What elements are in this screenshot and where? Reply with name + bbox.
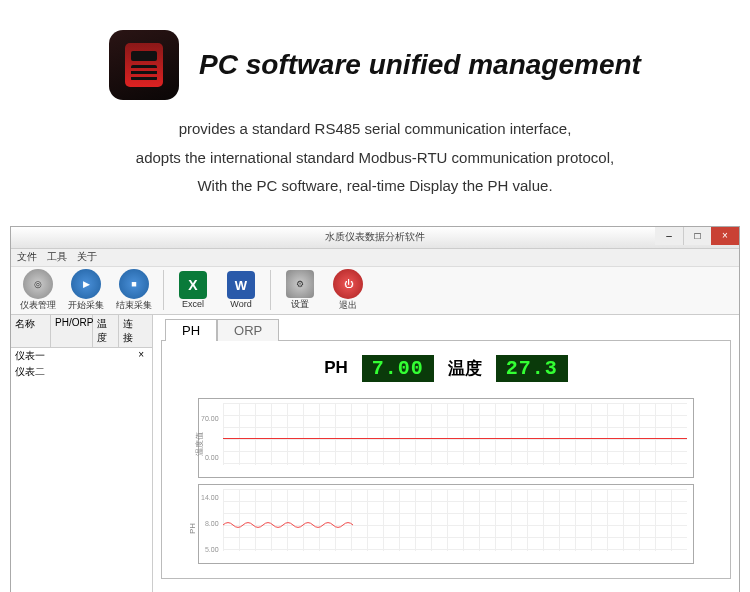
toolbar-separator: [270, 270, 271, 310]
col-temp[interactable]: 温度: [93, 315, 119, 347]
chart-line: [223, 438, 688, 439]
menu-file[interactable]: 文件: [17, 250, 37, 264]
main-panel: PH ORP PH 7.00 温度 27.3 温度值 70.00 0.00: [153, 315, 739, 593]
ph-chart: PH 14.00 8.00 5.00: [198, 484, 695, 564]
chart-yaxis: 70.00 0.00: [201, 399, 219, 477]
desc-line: With the PC software, real-time Display …: [30, 172, 720, 201]
temp-chart: 温度值 70.00 0.00: [198, 398, 695, 478]
ph-label: PH: [324, 358, 348, 378]
sidebar-row[interactable]: 仪表一×: [11, 348, 152, 364]
temp-value: 27.3: [496, 355, 568, 382]
app-window: 水质仪表数据分析软件 – □ × 文件 工具 关于 ◎仪表管理 ▶开始采集 ■结…: [10, 226, 740, 593]
titlebar[interactable]: 水质仪表数据分析软件 – □ ×: [11, 227, 739, 249]
readout-row: PH 7.00 温度 27.3: [176, 349, 716, 392]
gauge-icon: ◎: [23, 269, 53, 299]
desc-line: adopts the international standard Modbus…: [30, 144, 720, 173]
hero-section: PC software unified management: [0, 0, 750, 115]
desc-line: provides a standard RS485 serial communi…: [30, 115, 720, 144]
window-title: 水质仪表数据分析软件: [11, 230, 739, 244]
stop-collect-button[interactable]: ■结束采集: [113, 269, 155, 312]
hero-title: PC software unified management: [199, 49, 641, 81]
start-collect-button[interactable]: ▶开始采集: [65, 269, 107, 312]
col-phorp[interactable]: PH/ORP: [51, 315, 93, 347]
power-icon: ⏻: [333, 269, 363, 299]
sidebar-header: 名称 PH/ORP 温度 连接: [11, 315, 152, 348]
app-icon: [109, 30, 179, 100]
stop-icon: ■: [119, 269, 149, 299]
instrument-manage-button[interactable]: ◎仪表管理: [17, 269, 59, 312]
play-icon: ▶: [71, 269, 101, 299]
gear-icon: ⚙: [286, 270, 314, 298]
exit-button[interactable]: ⏻退出: [327, 269, 369, 312]
word-icon: W: [227, 271, 255, 299]
toolbar-separator: [163, 270, 164, 310]
minimize-button[interactable]: –: [655, 227, 683, 245]
chart-yaxis: 14.00 8.00 5.00: [201, 485, 219, 563]
export-word-button[interactable]: WWord: [220, 271, 262, 309]
menu-tools[interactable]: 工具: [47, 250, 67, 264]
excel-icon: X: [179, 271, 207, 299]
connect-mark: ×: [51, 349, 152, 363]
chart-line: [223, 517, 353, 533]
export-excel-button[interactable]: XExcel: [172, 271, 214, 309]
temp-label: 温度: [448, 357, 482, 380]
chart-grid: [223, 403, 688, 465]
description: provides a standard RS485 serial communi…: [0, 115, 750, 226]
maximize-button[interactable]: □: [683, 227, 711, 245]
ph-value: 7.00: [362, 355, 434, 382]
sidebar: 名称 PH/ORP 温度 连接 仪表一× 仪表二: [11, 315, 153, 593]
display-panel: PH 7.00 温度 27.3 温度值 70.00 0.00 PH: [161, 340, 731, 579]
menubar: 文件 工具 关于: [11, 249, 739, 267]
tab-orp[interactable]: ORP: [217, 319, 279, 341]
chart-ylabel: PH: [188, 522, 197, 533]
col-conn[interactable]: 连接: [119, 315, 145, 347]
settings-button[interactable]: ⚙设置: [279, 270, 321, 311]
tab-ph[interactable]: PH: [165, 319, 217, 341]
tabs: PH ORP: [161, 319, 731, 341]
col-name[interactable]: 名称: [11, 315, 51, 347]
menu-about[interactable]: 关于: [77, 250, 97, 264]
sidebar-row[interactable]: 仪表二: [11, 364, 152, 380]
toolbar: ◎仪表管理 ▶开始采集 ■结束采集 XExcel WWord ⚙设置 ⏻退出: [11, 267, 739, 315]
close-button[interactable]: ×: [711, 227, 739, 245]
